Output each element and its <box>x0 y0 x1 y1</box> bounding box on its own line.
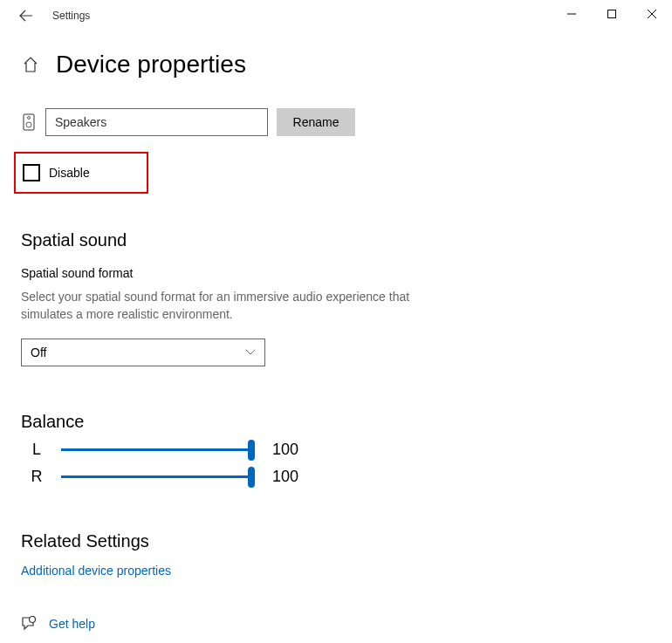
device-name-input[interactable] <box>45 108 268 136</box>
balance-right-label: R <box>21 468 52 486</box>
help-section: Get help Give feedback <box>21 616 651 643</box>
minimize-icon <box>567 10 576 18</box>
titlebar-title: Settings <box>52 10 90 22</box>
svg-point-6 <box>26 122 31 127</box>
spatial-format-value: Off <box>31 345 46 359</box>
speaker-icon <box>21 112 37 133</box>
balance-right-slider[interactable] <box>61 475 251 478</box>
balance-left-label: L <box>21 441 52 459</box>
slider-thumb[interactable] <box>248 440 255 461</box>
close-button[interactable] <box>632 0 672 28</box>
page-header: Device properties <box>0 31 672 87</box>
disable-label: Disable <box>49 166 90 180</box>
svg-rect-1 <box>608 10 616 18</box>
disable-checkbox[interactable] <box>23 164 40 181</box>
balance-left-row: L 100 <box>21 441 651 459</box>
home-icon[interactable] <box>21 55 40 74</box>
chevron-down-icon <box>245 347 256 358</box>
content: Rename Disable Spatial sound Spatial sou… <box>0 87 672 643</box>
get-help-row: Get help <box>21 616 651 632</box>
close-icon <box>648 10 656 18</box>
balance-right-row: R 100 <box>21 468 651 486</box>
balance-left-value: 100 <box>272 441 298 459</box>
maximize-button[interactable] <box>592 0 632 28</box>
spatial-format-label: Spatial sound format <box>21 266 651 280</box>
minimize-button[interactable] <box>552 0 592 28</box>
rename-button[interactable]: Rename <box>277 108 355 136</box>
get-help-link[interactable]: Get help <box>49 617 95 631</box>
page-title: Device properties <box>56 51 246 79</box>
balance-title: Balance <box>21 412 651 432</box>
back-arrow-icon <box>19 9 33 23</box>
balance-right-value: 100 <box>272 468 298 486</box>
spatial-description: Select your spatial sound format for an … <box>21 289 440 323</box>
additional-properties-link[interactable]: Additional device properties <box>21 564 651 578</box>
maximize-icon <box>607 10 616 18</box>
svg-point-5 <box>28 117 31 120</box>
chat-icon <box>21 616 37 632</box>
spatial-format-select[interactable]: Off <box>21 339 265 366</box>
window-controls <box>552 0 672 28</box>
balance-left-slider[interactable] <box>61 448 251 451</box>
slider-thumb[interactable] <box>248 467 255 488</box>
disable-row: Disable <box>14 152 148 194</box>
related-settings-title: Related Settings <box>21 531 651 551</box>
svg-point-7 <box>30 617 36 623</box>
device-name-row: Rename <box>21 108 651 136</box>
back-button[interactable] <box>14 3 38 28</box>
spatial-sound-title: Spatial sound <box>21 230 651 250</box>
